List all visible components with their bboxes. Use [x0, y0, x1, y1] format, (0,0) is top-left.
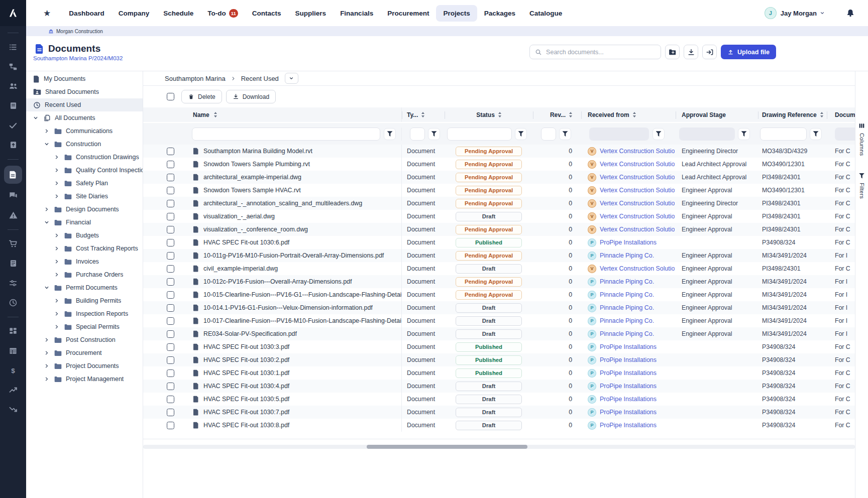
column-header-appr[interactable]: Approval Stage	[676, 107, 758, 122]
column-header-name[interactable]: Name	[182, 107, 402, 122]
chevron-right-icon[interactable]	[44, 207, 54, 212]
supplier-link[interactable]: Vertex Construction Solutio	[600, 187, 675, 194]
row-checkbox[interactable]	[167, 330, 174, 338]
sidebar-icon-clock-icon[interactable]	[0, 293, 26, 312]
tree-item-all-documents[interactable]: All Documents	[26, 111, 143, 125]
sidebar-icon-invoice-icon[interactable]	[0, 254, 26, 273]
nav-item-financials[interactable]: Financials	[333, 5, 380, 22]
nav-item-dashboard[interactable]: Dashboard	[62, 5, 112, 22]
table-row[interactable]: Snowdon Towers Sample Plumbing.rvtDocume…	[143, 158, 855, 171]
row-checkbox[interactable]	[167, 396, 174, 403]
document-name[interactable]: HVAC SPEC Fit-out 1030:8.pdf	[203, 422, 289, 429]
chevron-right-icon[interactable]	[54, 324, 64, 329]
row-name-cell[interactable]: Snowdon Towers Sample Plumbing.rvt	[182, 158, 402, 171]
download-all-button[interactable]	[684, 45, 698, 59]
sort-icon[interactable]	[569, 112, 572, 117]
supplier-link[interactable]: ProPipe Installations	[600, 422, 657, 429]
row-checkbox[interactable]	[167, 174, 174, 181]
chevron-right-icon[interactable]	[54, 233, 64, 238]
tree-item-permit-documents[interactable]: Permit Documents	[26, 281, 143, 294]
document-name[interactable]: HVAC SPEC Fit-out 1030:4.pdf	[203, 383, 289, 390]
user-name[interactable]: Jay Morgan	[781, 10, 817, 17]
document-name[interactable]: 10-017-Clearline-Fusion---PV16-M10-Fusio…	[203, 317, 402, 324]
chevron-down-icon[interactable]	[33, 115, 43, 120]
download-button[interactable]: Download	[226, 90, 276, 103]
breadcrumb[interactable]: Morgan Construction	[56, 29, 103, 34]
row-checkbox[interactable]	[167, 409, 174, 416]
row-name-cell[interactable]: HVAC SPEC Fit-out 1030:5.pdf	[182, 393, 402, 406]
sort-icon[interactable]	[421, 112, 424, 117]
sidebar-icon-dollar-icon[interactable]: $	[0, 360, 26, 380]
column-header-doc[interactable]: Docum	[827, 107, 855, 122]
row-name-cell[interactable]: Southampton Marina Building Model.rvt	[182, 145, 402, 158]
document-name[interactable]: 10-012c-PV16-Fusion---Overall-Array-Dime…	[203, 278, 352, 285]
user-avatar[interactable]: J	[765, 7, 777, 19]
tree-item-building-permits[interactable]: Building Permits	[26, 294, 143, 307]
tree-item-quality-control-inspection[interactable]: Quality Control Inspection	[26, 164, 143, 177]
chevron-right-icon[interactable]	[54, 155, 64, 160]
row-checkbox[interactable]	[167, 369, 174, 377]
chevron-right-icon[interactable]	[54, 259, 64, 264]
chevron-right-icon[interactable]	[54, 298, 64, 303]
project-subtitle-link[interactable]: Southampton Marina P/2024/M032	[33, 55, 123, 61]
table-row[interactable]: HVAC SPEC Fit-out 1030:7.pdfDocumentDraf…	[143, 406, 855, 419]
document-name[interactable]: 10-011g-PV16-M10-Fusion-Portrait-Overall…	[203, 252, 384, 259]
sidebar-icon-cart-icon[interactable]	[0, 234, 26, 254]
table-row[interactable]: architectural_example-imperial.dwgDocume…	[143, 171, 855, 184]
tree-item-procurement[interactable]: Procurement	[26, 346, 143, 359]
filter-funnel-button[interactable]	[738, 128, 750, 140]
filter-funnel-button[interactable]	[810, 128, 822, 140]
row-checkbox[interactable]	[167, 278, 174, 286]
row-checkbox[interactable]	[167, 304, 174, 312]
table-row[interactable]: 10-015-Clearline-Fusion---PV16-G1---Fusi…	[143, 288, 855, 301]
sidebar-icon-file-up-icon[interactable]	[0, 135, 26, 155]
chevron-right-icon[interactable]	[54, 272, 64, 277]
nav-item-contacts[interactable]: Contacts	[245, 5, 288, 22]
table-row[interactable]: 10-011g-PV16-M10-Fusion-Portrait-Overall…	[143, 249, 855, 262]
document-name[interactable]: Southampton Marina Building Model.rvt	[203, 148, 312, 155]
sidebar-icon-list-icon[interactable]	[0, 37, 26, 57]
row-name-cell[interactable]: 10-014.1-PV16-G1-Fusion---Velux-Dimensio…	[182, 301, 402, 314]
new-folder-button[interactable]	[665, 45, 680, 59]
column-header-status[interactable]: Status	[445, 107, 533, 122]
sidebar-icon-trend-down-icon[interactable]	[0, 400, 26, 419]
document-name[interactable]: RE034-Solar-PV-Specification.pdf	[203, 330, 297, 337]
row-name-cell[interactable]: visualization_-_conference_room.dwg	[182, 223, 402, 236]
tree-item-construction-drawings[interactable]: Construction Drawings	[26, 151, 143, 164]
row-checkbox[interactable]	[167, 213, 174, 220]
sidebar-icon-tune-icon[interactable]	[0, 273, 26, 293]
document-name[interactable]: HVAC SPEC Fit-out 1030:5.pdf	[203, 396, 289, 403]
document-name[interactable]: 10-015-Clearline-Fusion---PV16-G1---Fusi…	[203, 291, 402, 298]
row-name-cell[interactable]: HVAC SPEC Fit-out 1030:2.pdf	[182, 353, 402, 366]
supplier-link[interactable]: ProPipe Installations	[600, 239, 657, 246]
tree-item-invoices[interactable]: Invoices	[26, 255, 143, 268]
sidebar-icon-flow-icon[interactable]	[0, 57, 26, 76]
horizontal-scrollbar[interactable]	[143, 445, 855, 449]
table-row[interactable]: 10-012c-PV16-Fusion---Overall-Array-Dime…	[143, 275, 855, 288]
tree-item-recent-used[interactable]: Recent Used	[26, 98, 143, 111]
filter-funnel-button[interactable]	[384, 128, 396, 140]
sidebar-icon-users-icon[interactable]	[0, 76, 26, 96]
chevron-down-icon[interactable]	[44, 220, 54, 225]
row-checkbox[interactable]	[167, 343, 174, 351]
nav-item-packages[interactable]: Packages	[477, 5, 522, 22]
chevron-right-icon[interactable]	[44, 337, 54, 342]
table-row[interactable]: 10-014.1-PV16-G1-Fusion---Velux-Dimensio…	[143, 301, 855, 314]
table-row[interactable]: HVAC SPEC Fit-out 1030:2.pdfDocumentPubl…	[143, 353, 855, 366]
notifications-bell-icon[interactable]	[846, 9, 855, 18]
chevron-right-icon[interactable]	[44, 350, 54, 355]
filter-input[interactable]	[760, 128, 807, 141]
supplier-link[interactable]: Vertex Construction Solutio	[600, 200, 675, 207]
row-name-cell[interactable]: architectural_-_annotation_scaling_and_m…	[182, 197, 402, 210]
row-checkbox[interactable]	[167, 161, 174, 168]
sidebar-icon-check-icon[interactable]	[0, 115, 26, 135]
chevron-right-icon[interactable]	[54, 311, 64, 316]
supplier-link[interactable]: ProPipe Installations	[600, 409, 657, 416]
row-name-cell[interactable]: HVAC SPEC Fit-out 1030:1.pdf	[182, 366, 402, 380]
nav-item-catalogue[interactable]: Catalogue	[522, 5, 569, 22]
table-row[interactable]: RE034-Solar-PV-Specification.pdfDocument…	[143, 327, 855, 340]
move-to-button[interactable]	[702, 45, 717, 59]
supplier-link[interactable]: Pinnacle Piping Co.	[600, 304, 654, 311]
document-name[interactable]: HVAC SPEC Fit-out 1030:6.pdf	[203, 239, 289, 246]
row-checkbox[interactable]	[167, 148, 174, 155]
